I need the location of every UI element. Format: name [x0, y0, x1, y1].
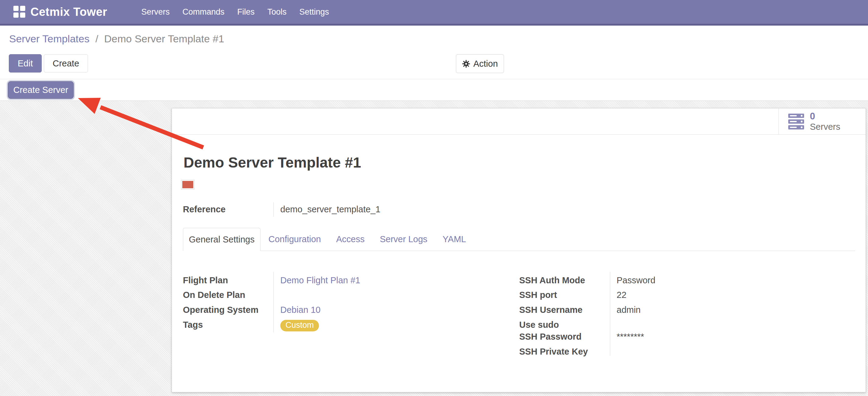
field-separator — [273, 202, 274, 217]
field-separator — [273, 272, 274, 332]
reference-value: demo_server_template_1 — [280, 204, 380, 215]
tags-value: Custom — [280, 320, 319, 332]
servers-smart-button[interactable]: 0 Servers — [778, 108, 866, 134]
create-server-button[interactable]: Create Server — [8, 81, 74, 99]
control-panel: Server Templates / Demo Server Template … — [0, 26, 868, 79]
servers-count-label: Servers — [810, 121, 840, 132]
page-title: Demo Server Template #1 — [184, 154, 361, 171]
template-color-swatch — [181, 180, 194, 189]
servers-count: 0 — [810, 111, 815, 121]
field-separator — [610, 272, 610, 356]
reference-label: Reference — [183, 204, 225, 215]
ssh-password-value: ******** — [617, 332, 644, 342]
ssh-username-label: SSH Username — [519, 305, 583, 315]
tab-configuration[interactable]: Configuration — [269, 228, 321, 251]
record-buttons: Edit Create — [9, 54, 88, 73]
gear-icon — [462, 60, 470, 68]
edit-button[interactable]: Edit — [9, 54, 42, 73]
app-brand[interactable]: Cetmix Tower — [30, 5, 107, 19]
ssh-auth-mode-value: Password — [617, 275, 655, 285]
ssh-username-value: admin — [617, 305, 641, 315]
apps-grid-square — [13, 12, 19, 18]
flight-plan-label: Flight Plan — [183, 275, 228, 285]
operating-system-label: Operating System — [183, 305, 258, 315]
main-menu: Servers Commands Files Tools Settings — [141, 7, 329, 17]
apps-grid-square — [13, 6, 19, 11]
menu-settings[interactable]: Settings — [299, 7, 329, 17]
breadcrumb-current: Demo Server Template #1 — [104, 33, 224, 45]
apps-grid-icon[interactable] — [13, 6, 26, 18]
servers-icon — [788, 113, 804, 130]
ssh-port-value: 22 — [617, 290, 626, 300]
apps-grid-square — [20, 6, 25, 11]
content-area: 0 Servers Demo Server Template #1 Refere… — [0, 101, 868, 396]
action-button-label: Action — [473, 59, 498, 69]
create-button[interactable]: Create — [44, 54, 88, 73]
tag-custom: Custom — [280, 320, 319, 332]
top-navbar: Cetmix Tower Servers Commands Files Tool… — [0, 0, 868, 26]
tab-general-settings[interactable]: General Settings — [183, 228, 260, 251]
menu-servers[interactable]: Servers — [141, 7, 169, 17]
menu-files[interactable]: Files — [237, 7, 254, 17]
tab-access[interactable]: Access — [336, 228, 365, 251]
breadcrumb: Server Templates / Demo Server Template … — [9, 33, 224, 45]
use-sudo-label: Use sudo — [519, 320, 559, 330]
menu-tools[interactable]: Tools — [267, 7, 286, 17]
ssh-auth-mode-label: SSH Auth Mode — [519, 275, 585, 285]
template-toolbar: Create Server — [0, 80, 868, 101]
button-box: 0 Servers — [172, 108, 866, 135]
apps-grid-square — [20, 12, 25, 18]
smart-button-text: 0 Servers — [810, 111, 840, 132]
flight-plan-value[interactable]: Demo Flight Plan #1 — [280, 275, 360, 285]
breadcrumb-parent-link[interactable]: Server Templates — [9, 33, 90, 45]
ssh-port-label: SSH port — [519, 290, 557, 300]
ssh-password-label: SSH Password — [519, 332, 582, 342]
notebook-tabs: General Settings Configuration Access Se… — [183, 228, 855, 251]
action-button[interactable]: Action — [456, 54, 504, 73]
breadcrumb-separator: / — [95, 33, 98, 45]
menu-commands[interactable]: Commands — [182, 7, 224, 17]
tab-yaml[interactable]: YAML — [442, 228, 466, 251]
tags-label: Tags — [183, 320, 203, 330]
operating-system-value[interactable]: Debian 10 — [280, 305, 320, 315]
ssh-private-key-label: SSH Private Key — [519, 347, 588, 357]
form-sheet: 0 Servers Demo Server Template #1 Refere… — [172, 108, 866, 392]
on-delete-plan-label: On Delete Plan — [183, 290, 245, 300]
tab-server-logs[interactable]: Server Logs — [380, 228, 427, 251]
